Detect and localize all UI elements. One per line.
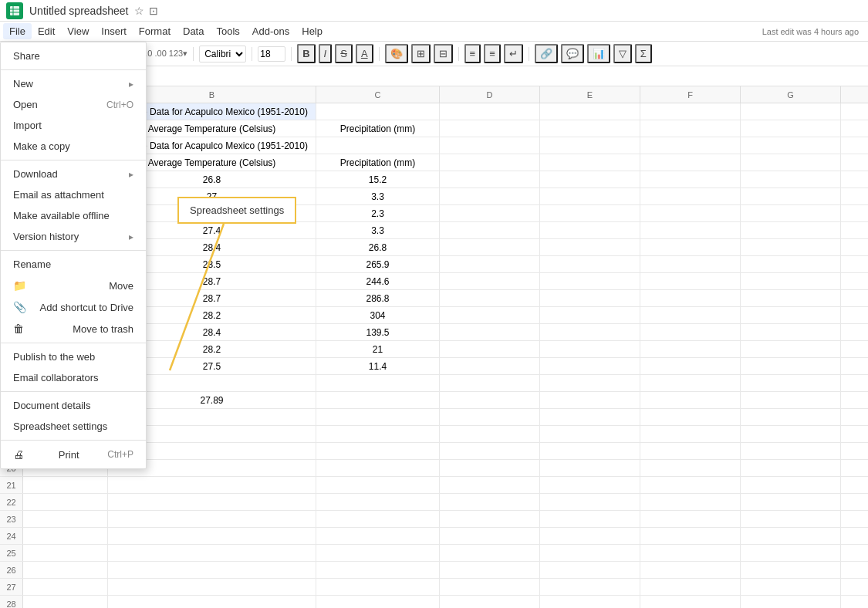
- cell-f2[interactable]: [640, 120, 741, 137]
- cell-d26[interactable]: [440, 562, 540, 578]
- cell-g8[interactable]: [741, 256, 841, 272]
- cell-h14[interactable]: [841, 358, 868, 374]
- bold-button[interactable]: B: [297, 44, 315, 63]
- cell-d18[interactable]: [440, 426, 540, 442]
- menu-item-copy[interactable]: Make a copy: [1, 136, 146, 157]
- cell-b27[interactable]: [108, 579, 316, 595]
- menu-item-offline[interactable]: Make available offline: [1, 205, 146, 226]
- menu-item-doc-details[interactable]: Document details: [1, 395, 146, 416]
- cell-a21[interactable]: [23, 477, 108, 493]
- cell-c20[interactable]: [316, 460, 440, 476]
- cell-e8[interactable]: [540, 256, 640, 272]
- cell-d22[interactable]: [440, 494, 540, 510]
- cell-a22[interactable]: [23, 494, 108, 510]
- borders-button[interactable]: ⊞: [411, 44, 431, 63]
- cell-g21[interactable]: [741, 477, 841, 493]
- cell-h19[interactable]: [841, 443, 868, 459]
- cell-e2[interactable]: [540, 120, 640, 137]
- cell-g26[interactable]: [741, 562, 841, 578]
- cell-e19[interactable]: [540, 443, 640, 459]
- cell-g24[interactable]: [741, 528, 841, 544]
- cell-d7[interactable]: [440, 239, 540, 255]
- cell-h17[interactable]: [841, 409, 868, 425]
- cell-c1[interactable]: [316, 137, 440, 154]
- menu-addons[interactable]: Add-ons: [246, 23, 296, 39]
- menu-item-print[interactable]: 🖨 Print Ctrl+P: [1, 444, 146, 465]
- cell-f5[interactable]: [640, 205, 741, 221]
- cell-c26[interactable]: [316, 562, 440, 578]
- font-family-select[interactable]: Calibri: [199, 46, 246, 62]
- star-icon[interactable]: ☆: [134, 5, 144, 17]
- cell-g13[interactable]: [741, 341, 841, 357]
- cell-g22[interactable]: [741, 494, 841, 510]
- cell-f12[interactable]: [640, 324, 741, 340]
- cell-c14[interactable]: 11.4: [316, 358, 440, 374]
- align-left-button[interactable]: ≡: [464, 44, 481, 63]
- cell-f4[interactable]: [640, 188, 741, 204]
- cell-d25[interactable]: [440, 545, 540, 561]
- cell-g15[interactable]: [741, 375, 841, 391]
- menu-item-spreadsheet-settings[interactable]: Spreadsheet settings: [1, 416, 146, 437]
- cell-e1[interactable]: [540, 137, 640, 154]
- cell-g19[interactable]: [741, 443, 841, 459]
- cell-f15[interactable]: [640, 375, 741, 391]
- cell-e25[interactable]: [540, 545, 640, 561]
- cell-c3[interactable]: 15.2: [316, 171, 440, 187]
- cell-h5[interactable]: [841, 205, 868, 221]
- cell-e20[interactable]: [540, 460, 640, 476]
- cell-c6[interactable]: 3.3: [316, 222, 440, 238]
- cell-d5[interactable]: [440, 205, 540, 221]
- cell-e11[interactable]: [540, 307, 640, 323]
- font-size-input[interactable]: [258, 46, 285, 62]
- cell-c1[interactable]: [316, 103, 440, 120]
- filter-button[interactable]: ▽: [613, 44, 632, 63]
- cell-g16[interactable]: [741, 392, 841, 408]
- wrap-button[interactable]: ↵: [504, 44, 523, 63]
- cell-d2[interactable]: [440, 154, 540, 171]
- cell-f10[interactable]: [640, 290, 741, 306]
- cell-c4[interactable]: 3.3: [316, 188, 440, 204]
- menu-item-open[interactable]: Open Ctrl+O: [1, 94, 146, 115]
- menu-item-new[interactable]: New ▸: [1, 73, 146, 94]
- cell-e23[interactable]: [540, 511, 640, 527]
- underline-button[interactable]: A: [356, 44, 373, 63]
- cell-d10[interactable]: [440, 290, 540, 306]
- cell-e1[interactable]: [540, 103, 640, 120]
- cell-f22[interactable]: [640, 494, 741, 510]
- cell-f11[interactable]: [640, 307, 741, 323]
- cell-h8[interactable]: [841, 256, 868, 272]
- cell-e7[interactable]: [540, 239, 640, 255]
- cell-h27[interactable]: [841, 579, 868, 595]
- cell-d4[interactable]: [440, 188, 540, 204]
- fill-color-button[interactable]: 🎨: [385, 44, 408, 63]
- italic-button[interactable]: I: [319, 44, 333, 63]
- strikethrough-button[interactable]: S: [335, 44, 353, 63]
- cell-d13[interactable]: [440, 341, 540, 357]
- cell-a26[interactable]: [23, 562, 108, 578]
- cell-b21[interactable]: [108, 477, 316, 493]
- cell-h11[interactable]: [841, 307, 868, 323]
- cell-f1[interactable]: [640, 137, 741, 154]
- cell-f28[interactable]: [640, 596, 741, 608]
- cell-c23[interactable]: [316, 511, 440, 527]
- cell-g14[interactable]: [741, 358, 841, 374]
- cell-e5[interactable]: [540, 205, 640, 221]
- cell-h9[interactable]: [841, 273, 868, 289]
- cell-e4[interactable]: [540, 188, 640, 204]
- cell-h16[interactable]: [841, 392, 868, 408]
- cell-h18[interactable]: [841, 426, 868, 442]
- cell-e21[interactable]: [540, 477, 640, 493]
- menu-format[interactable]: Format: [133, 23, 177, 39]
- cell-c12[interactable]: 139.5: [316, 324, 440, 340]
- cell-h6[interactable]: [841, 222, 868, 238]
- align-center-button[interactable]: ≡: [484, 44, 501, 63]
- cell-e15[interactable]: [540, 375, 640, 391]
- menu-tools[interactable]: Tools: [210, 23, 245, 39]
- cell-h7[interactable]: [841, 239, 868, 255]
- cell-g1[interactable]: [741, 103, 841, 120]
- function-button[interactable]: Σ: [635, 44, 652, 63]
- cell-e28[interactable]: [540, 596, 640, 608]
- cell-d20[interactable]: [440, 460, 540, 476]
- cell-e16[interactable]: [540, 392, 640, 408]
- cell-f6[interactable]: [640, 222, 741, 238]
